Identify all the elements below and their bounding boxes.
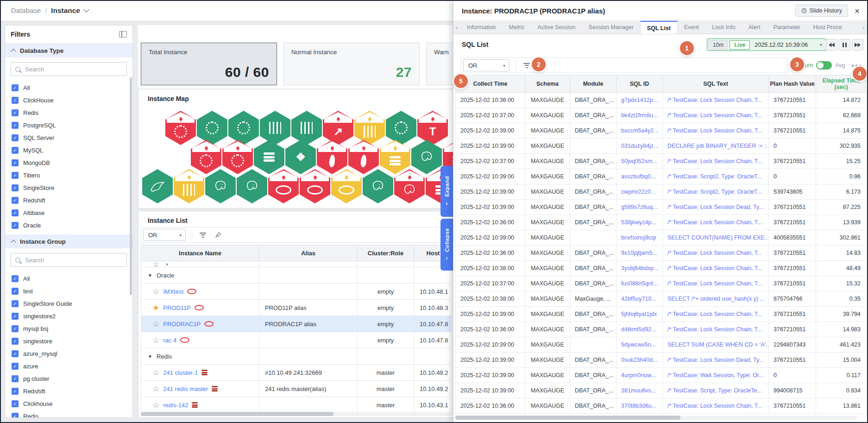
tab-event[interactable]: Event — [678, 21, 705, 34]
instance-hex-oracle[interactable] — [300, 169, 330, 203]
filter-checkbox-item[interactable]: ✓pg cluster — [5, 372, 132, 385]
sql-text-link[interactable]: /* TestCase: Script, Type: OracleTe... — [663, 383, 769, 398]
column-header[interactable]: Cluster:Role — [358, 245, 414, 261]
instance-group-search[interactable] — [11, 253, 127, 267]
sql-text-link[interactable]: /* TestCase: Lock Session Chain, T... — [663, 261, 769, 276]
filter-checkbox-item[interactable]: ✓Redshift — [5, 194, 132, 207]
search-input[interactable] — [24, 256, 122, 264]
sql-text-link[interactable]: /* TestCase: Lock Session Chain, T... — [663, 215, 769, 230]
tab-sql-list[interactable]: SQL List — [640, 21, 678, 34]
group-row-redis[interactable]: ▼Redis — [141, 348, 451, 365]
instance-name-link[interactable]: redis-142 — [163, 402, 188, 409]
sql-id-link[interactable]: 5dywcwv5n... — [616, 337, 663, 352]
tab-metric[interactable]: Metric — [503, 21, 531, 34]
sql-table-row[interactable]: 2025-12-02 10:39:00MAXGAUGEDBAT_ORA_...0… — [455, 353, 866, 368]
checkbox-checked-icon[interactable]: ✓ — [12, 400, 19, 407]
sql-text-link[interactable]: /* TestCase: Script2, Type: OracleT... — [663, 184, 769, 199]
sql-id-link[interactable]: 5jhhq6yat1jdx — [616, 307, 663, 322]
favorite-star-icon[interactable]: ☆ — [152, 320, 159, 328]
search-input[interactable] — [24, 65, 122, 73]
sql-text-link[interactable]: /* TestCase: Lock Session Chain, T... — [663, 322, 769, 337]
sql-text-link[interactable]: /* TestCase: Lock Session Chain, T... — [663, 307, 769, 322]
sql-id-link[interactable]: bnxfsxnsj9cqr — [616, 230, 663, 245]
sql-text-link[interactable]: /* TestCase: Lock Session Chain, T... — [663, 398, 769, 413]
table-row[interactable]: ☆IMXtestempty10.10.48.1 — [141, 284, 451, 300]
column-header[interactable]: SQL Text — [663, 76, 769, 92]
instance-hex-mysql[interactable] — [142, 169, 173, 203]
checkbox-checked-icon[interactable]: ✓ — [12, 300, 19, 307]
sql-table-row[interactable]: 2025-12-02 10:39:00MAXGAUGEDBAT_ORA_...g… — [455, 200, 866, 215]
filter-icon[interactable] — [522, 62, 531, 69]
favorite-star-icon[interactable]: ☆ — [152, 401, 159, 409]
instance-hex-oracle[interactable] — [268, 169, 299, 203]
checkbox-checked-icon[interactable]: ✓ — [12, 288, 19, 295]
sql-id-link[interactable]: d4tkmt5d92... — [616, 322, 663, 337]
tabs-scroll-left-icon[interactable]: ‹ — [453, 21, 460, 34]
instance-name-link[interactable]: 241 cluster-1 — [163, 369, 198, 376]
filter-operator-select[interactable]: OR ▾ — [463, 59, 509, 71]
pin-icon[interactable] — [215, 232, 221, 238]
filter-checkbox-item[interactable]: ✓All — [5, 82, 132, 94]
sql-id-link[interactable]: 4urpm0nuw... — [616, 368, 663, 383]
sql-table-row[interactable]: 2025-12-02 10:39:00MAXGAUGEDBAT_ORA_...a… — [455, 169, 866, 184]
table-row[interactable]: ☆241 cluster-1#10.10.49.241:32669master1… — [141, 365, 451, 381]
tabs-scroll-right-icon[interactable]: › — [860, 21, 867, 34]
sql-id-link[interactable]: 50jvq052sm... — [616, 154, 663, 169]
horizontal-scrollbar[interactable] — [141, 412, 452, 416]
sql-text-link[interactable]: SELECT SUM (CASE WHEN CD = 'A'... — [663, 337, 769, 352]
collapse-panel-button[interactable]: Collapse › — [440, 219, 453, 271]
section-database-type[interactable]: Database Type — [5, 44, 132, 57]
checkbox-checked-icon[interactable]: ✓ — [12, 134, 19, 141]
sql-id-link[interactable]: 031duzy84jz... — [616, 139, 663, 153]
checkbox-checked-icon[interactable]: ✓ — [12, 159, 19, 166]
checkbox-checked-icon[interactable]: ✓ — [12, 375, 19, 382]
sql-id-link[interactable]: fus088n5qnf... — [616, 276, 663, 291]
breadcrumb-instance[interactable]: Instance — [51, 6, 80, 15]
filter-checkbox-item[interactable]: ✓Redis — [5, 107, 132, 119]
instance-name-link[interactable]: 241 redis master — [163, 385, 208, 392]
tab-parameter[interactable]: Parameter — [767, 21, 806, 34]
sql-table-row[interactable]: 2025-12-02 10:39:00MAXGAUGEbnxfsxnsj9cqr… — [455, 230, 866, 246]
section-instance-group[interactable]: Instance Group — [5, 234, 132, 248]
sql-table-row[interactable]: 2025-12-02 10:39:00MAXGAUGE031duzy84jz..… — [455, 139, 866, 154]
sql-id-link[interactable]: 9x10jqtjam5... — [616, 246, 663, 260]
sql-table-row[interactable]: 2025-12-02 10:39:00MAXGAUGEDBAT_ORA_...c… — [455, 184, 866, 200]
group-row-oracle[interactable]: ▼Oracle — [141, 267, 451, 284]
instance-name-link[interactable]: PRODRAC1P — [163, 321, 201, 328]
favorite-star-icon[interactable]: ☆ — [152, 385, 159, 393]
sql-text-link[interactable]: /* TestCase: Lock Session Dead, Ty... — [663, 353, 769, 367]
sql-table-row[interactable]: 2025-12-02 10:37:00MAXGAUGEDBAT_ORA_...f… — [455, 276, 866, 291]
column-header[interactable]: Plan Hash Value — [769, 76, 816, 92]
time-range-control[interactable]: 10m Live 2025.12.02 10:39:06 ▾ — [707, 38, 826, 51]
checkbox-checked-icon[interactable]: ✓ — [12, 413, 19, 418]
sql-table-row[interactable]: 2025-12-02 10:36:00MAXGAUGEDBAT_ORA_...5… — [455, 215, 866, 230]
checkbox-checked-icon[interactable]: ✓ — [12, 109, 19, 116]
slide-history-button[interactable]: Slide History — [795, 5, 848, 17]
checkbox-checked-icon[interactable]: ✓ — [12, 122, 19, 129]
sum-avg-toggle[interactable] — [816, 61, 832, 69]
filter-checkbox-item[interactable]: ✓Clickhouse — [5, 398, 132, 410]
filter-checkbox-item[interactable]: ✓test — [5, 285, 132, 297]
sql-table-row[interactable]: 2025-12-02 10:39:00MAXGAUGE5dywcwv5n...S… — [455, 337, 866, 353]
column-header[interactable]: Schema — [525, 76, 570, 92]
filter-checkbox-item[interactable]: ✓Altibase — [5, 207, 132, 219]
expand-panel-button[interactable]: Expand ‹ — [440, 166, 453, 217]
sql-id-link[interactable]: cwpmr22z0... — [616, 184, 663, 199]
instance-name-link[interactable]: IMXtest — [163, 288, 183, 295]
checkbox-checked-icon[interactable]: ✓ — [12, 325, 19, 332]
filter-checkbox-item[interactable]: ✓singlestore2 — [5, 310, 132, 322]
filter-checkbox-item[interactable]: ✓All — [5, 272, 132, 285]
filter-checkbox-item[interactable]: ✓mysql bsj — [5, 322, 132, 335]
tab-lock-info[interactable]: Lock Info — [705, 21, 742, 34]
filter-checkbox-item[interactable]: ✓azure — [5, 360, 132, 372]
sql-table-row[interactable]: 2025-12-02 10:36:00MAXGAUGEDBAT_ORA_...g… — [455, 93, 866, 108]
sidebar-scrollbar[interactable] — [130, 77, 132, 295]
sql-text-link[interactable]: /* TestCase: Lock Session Dead, Ty... — [663, 200, 769, 215]
sql-table-row[interactable]: 2025-12-02 10:36:00MAXGAUGEDBAT_ORA_...d… — [455, 322, 866, 337]
filter-checkbox-item[interactable]: ✓SingleStore Guide — [5, 297, 132, 310]
filter-icon[interactable] — [198, 231, 208, 239]
checkbox-checked-icon[interactable]: ✓ — [12, 388, 19, 395]
sql-text-link[interactable]: /* TestCase: Lock Session Chain, T... — [663, 123, 769, 138]
table-row[interactable]: ☆241 redis master241 redis master(alias)… — [141, 381, 451, 397]
checkbox-checked-icon[interactable]: ✓ — [12, 338, 19, 345]
